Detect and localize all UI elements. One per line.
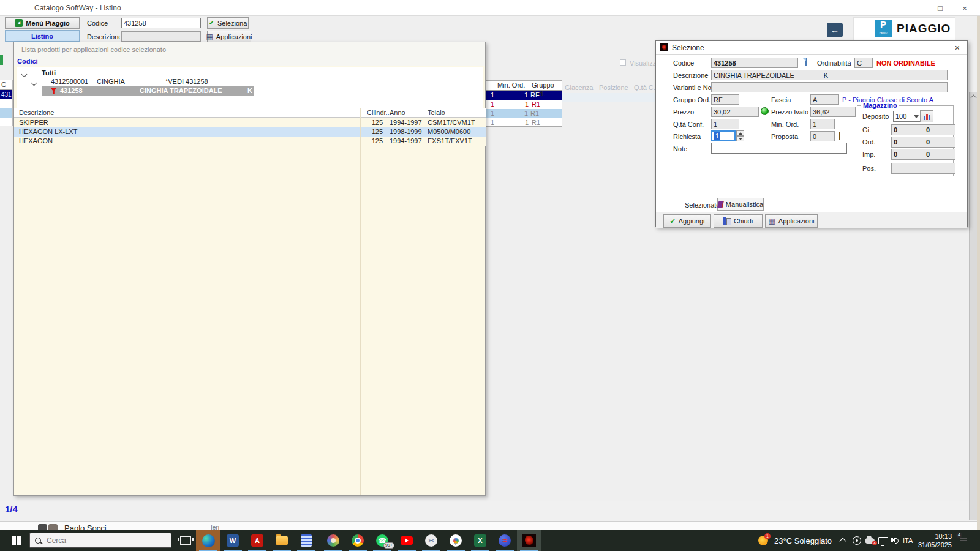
ordinabilita-field[interactable]: C bbox=[854, 58, 873, 68]
contact-name[interactable]: Paolo Socci bbox=[64, 523, 107, 530]
taskbar-whatsapp[interactable]: 99+ bbox=[370, 530, 394, 551]
weather-text[interactable]: 23°C Soleggiato bbox=[774, 536, 832, 545]
back-button[interactable]: ← bbox=[827, 23, 843, 37]
spinner-down-icon[interactable] bbox=[736, 136, 744, 141]
tab-selezionato[interactable]: Selezionato bbox=[685, 201, 720, 209]
taskbar-edge[interactable] bbox=[196, 530, 221, 551]
tree-child-code[interactable]: 4312580001 bbox=[51, 78, 88, 85]
qta-field[interactable]: 1 bbox=[711, 119, 739, 129]
vertical-scrollbar[interactable] bbox=[969, 92, 977, 520]
order-box-icon[interactable] bbox=[839, 132, 840, 140]
deposito-select[interactable]: 100 bbox=[893, 111, 921, 122]
codice-input[interactable]: 431258 bbox=[121, 18, 201, 28]
tray-chevron-icon[interactable] bbox=[839, 538, 846, 544]
value: 0 bbox=[926, 126, 930, 133]
taskbar-paint[interactable] bbox=[321, 530, 345, 551]
chevron-down-icon bbox=[21, 72, 28, 78]
scroll-up-icon[interactable] bbox=[971, 95, 977, 101]
bg-grid-row[interactable]: 1 1 R1 bbox=[480, 100, 562, 109]
taskbar-explorer[interactable] bbox=[270, 530, 294, 551]
task-view-button[interactable] bbox=[175, 530, 196, 551]
prezzo-ivato-field[interactable]: 36,62 bbox=[810, 107, 856, 117]
aggiungi-button[interactable]: Aggiungi bbox=[663, 214, 711, 228]
dialog-titlebar[interactable]: Selezione bbox=[656, 41, 967, 55]
prezzo-field[interactable]: 30,02 bbox=[711, 107, 759, 117]
dlg-descrizione-value: CINGHIA TRAPEZOIDALE bbox=[714, 72, 794, 79]
dlg-applicazioni-button[interactable]: Applicazioni bbox=[765, 214, 818, 228]
col-header-cilindrata[interactable]: Cilindr... bbox=[367, 109, 391, 116]
record-icon[interactable] bbox=[853, 536, 861, 545]
chiudi-button[interactable]: Chiudi bbox=[714, 214, 763, 228]
bg-grid-row[interactable]: 1 1 R1 bbox=[480, 109, 562, 118]
tab-listino[interactable]: Listino bbox=[5, 30, 80, 42]
table-row[interactable]: HEXAGON 125 1994-1997 EXS1T/EXV1T bbox=[14, 137, 486, 146]
dialog-close-icon[interactable] bbox=[955, 43, 960, 53]
gi-field-1[interactable]: 0 bbox=[891, 124, 925, 135]
table-row[interactable]: SKIPPER 125 1994-1997 CSM1T/CVM1T bbox=[14, 118, 486, 127]
speaker-icon[interactable] bbox=[891, 538, 893, 542]
taskbar-youtube[interactable] bbox=[394, 530, 419, 551]
stock-chart-button[interactable] bbox=[920, 110, 933, 122]
varianti-field[interactable] bbox=[711, 82, 948, 92]
ord-field-1[interactable]: 0 bbox=[891, 137, 925, 148]
taskbar-excel[interactable] bbox=[468, 530, 492, 551]
tree-root-label[interactable]: Tutti bbox=[42, 69, 56, 77]
start-button[interactable] bbox=[5, 530, 27, 551]
ord-field-2[interactable]: 0 bbox=[924, 137, 956, 148]
dlg-codice-field[interactable]: 431258 bbox=[711, 58, 798, 68]
richiesta-spinner[interactable] bbox=[736, 130, 744, 141]
minimize-button[interactable] bbox=[905, 2, 924, 14]
taskbar-blueround-app[interactable] bbox=[492, 530, 517, 551]
tree-selected-row[interactable]: 431258 CINGHIA TRAPEZOIDALE K bbox=[42, 86, 254, 96]
clock[interactable]: 10:13 31/05/2025 bbox=[918, 532, 952, 549]
taskbar-softway-active[interactable] bbox=[517, 530, 541, 551]
note-input[interactable] bbox=[711, 143, 847, 154]
tree-child-expander[interactable] bbox=[32, 79, 36, 86]
piaggio-logo-caption: PIAGGIO bbox=[880, 29, 888, 37]
col-header-telaio[interactable]: Telaio bbox=[428, 109, 445, 116]
language-indicator[interactable]: ITA bbox=[903, 537, 913, 544]
table-row-selected[interactable]: HEXAGON LX-LXT 125 1998-1999 M0500/M0600 bbox=[14, 127, 486, 137]
seleziona-button[interactable]: Seleziona bbox=[207, 17, 249, 29]
tree-root-expander[interactable] bbox=[22, 70, 26, 78]
applicazioni-toolbar-button[interactable]: Applicazioni bbox=[207, 31, 251, 42]
tab-manualistica[interactable]: Manualistica bbox=[717, 198, 764, 211]
taskbar-acrobat[interactable] bbox=[245, 530, 270, 551]
spinner-up-icon[interactable] bbox=[736, 130, 744, 136]
gi-field-2[interactable]: 0 bbox=[924, 124, 956, 135]
bg-col-giacenza: Giacenza bbox=[565, 84, 593, 91]
bg-grid-row-selected[interactable]: 1 1 RF bbox=[480, 91, 562, 100]
document-icon[interactable] bbox=[805, 58, 807, 66]
onedrive-cloud-icon[interactable] bbox=[865, 538, 875, 544]
weather-icon[interactable]: 1 bbox=[758, 536, 768, 545]
taskbar-chrome[interactable] bbox=[345, 530, 370, 551]
richiesta-input[interactable]: 1 bbox=[711, 130, 736, 141]
col-header-descrizione[interactable]: Descrizione bbox=[19, 109, 54, 116]
gruppo-field[interactable]: RF bbox=[711, 94, 739, 105]
dlg-descrizione-field[interactable]: CINGHIA TRAPEZOIDALE K bbox=[711, 70, 948, 80]
descrizione-input[interactable] bbox=[121, 31, 201, 42]
imp-field-1[interactable]: 0 bbox=[891, 149, 925, 160]
imp-field-2[interactable]: 0 bbox=[924, 149, 956, 160]
min-ord-field[interactable]: 1 bbox=[810, 119, 835, 129]
maximize-button[interactable] bbox=[931, 2, 949, 14]
proposta-field[interactable]: 0 bbox=[810, 131, 835, 141]
fascia-field[interactable]: A bbox=[810, 94, 839, 105]
prezzo-value: 30,02 bbox=[714, 108, 731, 116]
pos-field[interactable] bbox=[891, 163, 956, 174]
taskbar-bluedoc-app[interactable] bbox=[294, 530, 318, 551]
close-button[interactable] bbox=[956, 2, 974, 14]
network-icon[interactable] bbox=[878, 537, 888, 544]
tree-child-name: CINGHIA bbox=[97, 78, 125, 85]
taskbar-maps[interactable] bbox=[443, 530, 468, 551]
col-header-anno[interactable]: Anno bbox=[390, 109, 405, 116]
bg-grid-row[interactable]: 1 1 R1 bbox=[480, 118, 562, 127]
statusbar: 1/4 bbox=[0, 501, 980, 521]
menu-piaggio-button[interactable]: ◄ Menù Piaggio bbox=[5, 17, 80, 29]
cell-cilindrata: 125 bbox=[345, 119, 383, 126]
search-input[interactable] bbox=[45, 536, 152, 545]
taskbar-snipping[interactable] bbox=[419, 530, 443, 551]
dialog-title: Selezione bbox=[672, 43, 704, 52]
taskbar-search[interactable] bbox=[29, 533, 172, 548]
taskbar-word[interactable] bbox=[221, 530, 245, 551]
